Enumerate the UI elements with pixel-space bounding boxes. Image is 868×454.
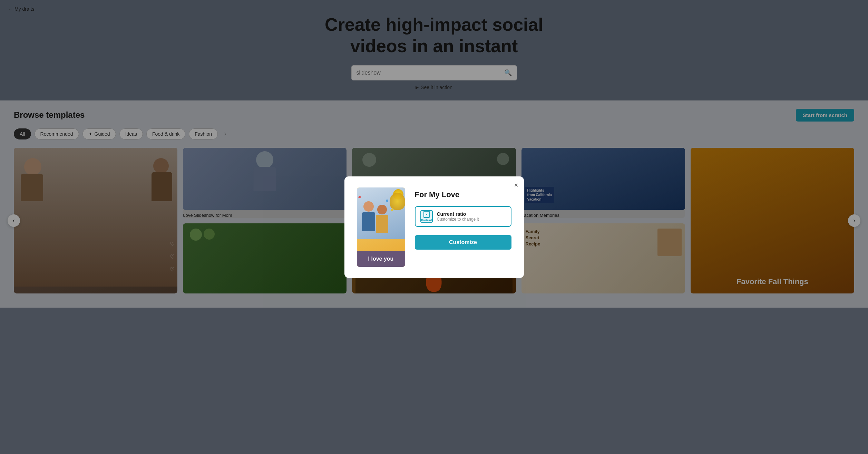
ratio-text: Current ratio Customize to change it bbox=[437, 211, 506, 222]
ratio-selector[interactable]: Portrait Current ratio Customize to chan… bbox=[415, 206, 511, 227]
preview-text: I love you bbox=[368, 256, 394, 262]
customize-button[interactable]: Customize bbox=[415, 235, 511, 250]
modal-info: For My Love Portrait Current ratio Custo… bbox=[415, 187, 511, 250]
modal-close-button[interactable]: × bbox=[514, 181, 518, 189]
modal-overlay[interactable]: × bbox=[0, 0, 868, 454]
modal-box: × bbox=[344, 176, 524, 278]
modal-preview: I love you bbox=[357, 187, 405, 267]
portrait-ratio-icon: Portrait bbox=[420, 210, 433, 223]
modal-title: For My Love bbox=[415, 190, 511, 199]
